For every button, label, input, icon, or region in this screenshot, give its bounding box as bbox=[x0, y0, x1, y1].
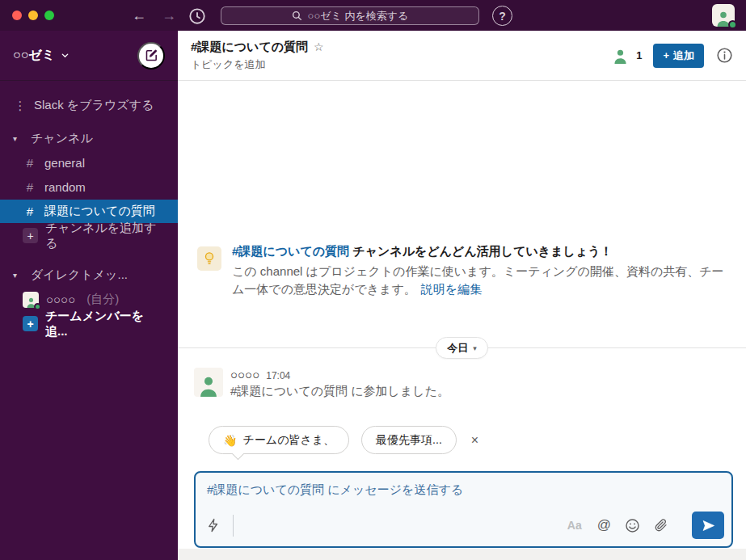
minimize-window-button[interactable] bbox=[28, 11, 38, 20]
date-divider-button[interactable]: 今日 ▾ bbox=[436, 337, 488, 359]
sidebar-item-channel-random[interactable]: # random bbox=[0, 175, 178, 199]
sidebar-item-browse-slack[interactable]: ⋮ Slack をブラウズする bbox=[0, 94, 178, 117]
composer-toolbar: Aa @ bbox=[206, 512, 724, 539]
presence-dot bbox=[728, 20, 737, 29]
mention-button[interactable]: @ bbox=[597, 517, 611, 533]
channel-intro-message: #課題についての質問 チャンネルをどんどん活用していきましょう！ この chan… bbox=[197, 242, 731, 298]
help-button[interactable]: ? bbox=[492, 6, 512, 26]
add-topic-link[interactable]: トピックを追加 bbox=[191, 57, 324, 72]
search-placeholder: ○○ゼミ 内を検索する bbox=[308, 9, 409, 23]
main-panel: #課題についての質問 ☆ トピックを追加 1 + 追加 bbox=[178, 31, 746, 560]
channel-title[interactable]: #課題についての質問 bbox=[191, 40, 308, 55]
dm-user-suffix: (自分) bbox=[86, 292, 119, 307]
message-pane: #課題についての質問 チャンネルをどんどん活用していきましょう！ この chan… bbox=[178, 81, 746, 560]
add-channel-button[interactable]: + チャンネルを追加する bbox=[0, 224, 178, 247]
format-button[interactable]: Aa bbox=[567, 519, 582, 532]
message-row: ○○○○ 17:04 #課題についての質問 に参加しました。 bbox=[194, 368, 449, 399]
add-channel-label: チャンネルを追加する bbox=[45, 221, 165, 251]
suggestion-pill-priority[interactable]: 最優先事項... bbox=[361, 426, 457, 454]
intro-title-text: チャンネルをどんどん活用していきましょう！ bbox=[352, 244, 612, 258]
paperclip-icon bbox=[654, 517, 668, 533]
composer-placeholder: #課題についての質問 にメッセージを送信する bbox=[196, 473, 731, 498]
channel-name: 課題についての質問 bbox=[44, 204, 155, 219]
emoji-button[interactable] bbox=[625, 518, 640, 533]
suggestion-pill-greeting[interactable]: 👋 チームの皆さま、 bbox=[209, 426, 349, 454]
add-people-label: 追加 bbox=[673, 48, 694, 63]
wave-emoji-icon: 👋 bbox=[223, 434, 237, 447]
channels-section-header[interactable]: ▾ チャンネル bbox=[0, 127, 178, 150]
person-icon bbox=[612, 48, 629, 64]
suggestion-label: 最優先事項... bbox=[376, 433, 442, 448]
close-icon: × bbox=[471, 433, 478, 447]
caret-down-icon: ▾ bbox=[13, 271, 24, 280]
date-divider: 今日 ▾ bbox=[178, 337, 746, 358]
message-author[interactable]: ○○○○ bbox=[230, 368, 259, 381]
add-people-button[interactable]: + 追加 bbox=[653, 44, 704, 68]
sidebar-nav: ⋮ Slack をブラウズする ▾ チャンネル # general # rand… bbox=[0, 81, 178, 335]
close-window-button[interactable] bbox=[12, 11, 22, 20]
channel-name: random bbox=[44, 180, 86, 194]
channel-header: #課題についての質問 ☆ トピックを追加 1 + 追加 bbox=[178, 31, 746, 81]
date-label: 今日 bbox=[447, 341, 468, 356]
workspace-menu-button[interactable]: ○○ゼミ bbox=[13, 47, 70, 64]
send-button[interactable] bbox=[692, 512, 724, 539]
hash-icon: # bbox=[23, 180, 37, 194]
zoom-window-button[interactable] bbox=[44, 11, 54, 20]
new-message-button[interactable] bbox=[137, 42, 165, 69]
avatar[interactable] bbox=[194, 368, 223, 397]
compose-icon bbox=[145, 48, 158, 62]
message-composer[interactable]: #課題についての質問 にメッセージを送信する Aa @ bbox=[194, 471, 733, 548]
hash-icon: # bbox=[23, 156, 37, 170]
dm-section-label: ダイレクトメッ... bbox=[31, 267, 128, 283]
dismiss-suggestions-button[interactable]: × bbox=[471, 433, 478, 448]
plus-icon: + bbox=[23, 228, 38, 243]
chevron-down-icon bbox=[61, 51, 70, 60]
member-list-button[interactable]: 1 bbox=[612, 48, 642, 64]
history-clock-button[interactable] bbox=[187, 6, 207, 26]
intro-channel-link[interactable]: #課題についての質問 bbox=[232, 244, 349, 258]
send-icon bbox=[702, 519, 715, 533]
sidebar: ○○ゼミ ⋮ Slack をブラウズする ▾ チャンネル # bbox=[0, 31, 178, 560]
window-bottom-edge bbox=[178, 549, 746, 560]
slack-window: ← → ○○ゼミ 内を検索する ? ○○ゼミ bbox=[0, 0, 746, 560]
history-forward-button[interactable]: → bbox=[159, 6, 179, 26]
text-cursor bbox=[233, 515, 234, 537]
message-timestamp[interactable]: 17:04 bbox=[266, 370, 290, 381]
edit-description-link[interactable]: 説明を編集 bbox=[421, 282, 482, 296]
star-icon[interactable]: ☆ bbox=[314, 40, 324, 53]
presence-dot bbox=[34, 303, 41, 310]
message-text: #課題についての質問 に参加しました。 bbox=[230, 384, 449, 399]
dm-section-header[interactable]: ▾ ダイレクトメッ... bbox=[0, 263, 178, 287]
lightning-icon bbox=[206, 517, 221, 533]
add-member-label: チームメンバーを追... bbox=[45, 309, 165, 339]
add-team-member-button[interactable]: + チームメンバーを追... bbox=[0, 312, 178, 335]
workspace-header: ○○ゼミ bbox=[0, 31, 178, 81]
info-icon bbox=[716, 47, 733, 64]
caret-down-icon: ▾ bbox=[473, 344, 477, 352]
dm-avatar bbox=[23, 292, 39, 308]
browse-label: Slack をブラウズする bbox=[34, 98, 154, 113]
workspace-name: ○○ゼミ bbox=[13, 47, 55, 64]
shortcuts-button[interactable] bbox=[206, 517, 221, 533]
search-icon bbox=[292, 11, 302, 21]
caret-down-icon: ▾ bbox=[13, 134, 24, 143]
window-controls bbox=[12, 11, 54, 20]
sidebar-item-channel-general[interactable]: # general bbox=[0, 151, 178, 175]
attach-button[interactable] bbox=[654, 517, 668, 533]
search-input[interactable]: ○○ゼミ 内を検索する bbox=[221, 6, 479, 25]
member-count: 1 bbox=[636, 49, 642, 61]
question-icon: ? bbox=[499, 10, 506, 23]
lightbulb-icon bbox=[197, 246, 221, 271]
smiley-icon bbox=[625, 518, 640, 533]
titlebar: ← → ○○ゼミ 内を検索する ? bbox=[0, 0, 746, 31]
channels-section-label: チャンネル bbox=[31, 131, 93, 146]
history-back-button[interactable]: ← bbox=[129, 6, 149, 26]
hash-icon: # bbox=[23, 204, 37, 218]
ellipsis-icon: ⋮ bbox=[13, 99, 27, 113]
plus-icon: + bbox=[23, 316, 38, 331]
clock-icon bbox=[188, 7, 206, 25]
channel-details-button[interactable] bbox=[715, 47, 733, 65]
user-avatar-button[interactable] bbox=[712, 4, 735, 27]
dm-user-name: ○○○○ bbox=[46, 293, 75, 306]
suggested-replies: 👋 チームの皆さま、 最優先事項... × bbox=[209, 426, 478, 454]
